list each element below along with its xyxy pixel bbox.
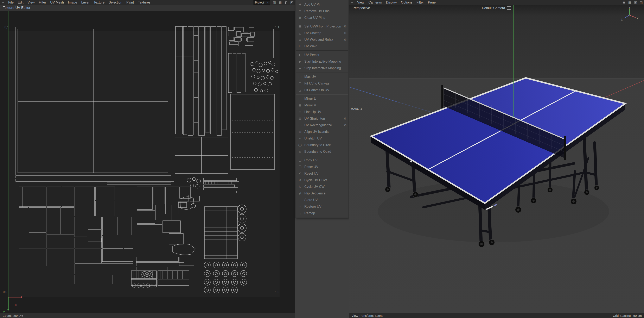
menu-panel[interactable]: Panel (426, 1, 438, 4)
remap-icon: → (298, 212, 302, 215)
menu-item-max-uv[interactable]: ▢Max UV (296, 74, 348, 80)
menu-item-uv-rectangularize[interactable]: ▭UV Rectangularize⚙ (296, 122, 348, 129)
menu-item-unstitch-uv[interactable]: ✄Unstitch UV (296, 135, 348, 142)
menu-item-label: UV Unwrap (304, 31, 344, 35)
menu-item-fit-canvas-to-uv[interactable]: ◳Fit Canvas to UV (296, 87, 348, 93)
menu-item-line-up-uv[interactable]: ≡Line Up UV (296, 109, 348, 115)
menu-item-remap[interactable]: →Remap... (296, 210, 348, 217)
shading-sphere-icon[interactable]: ◉ (621, 1, 627, 4)
menu-item-label: Boundary to Quad (304, 150, 347, 154)
rotate-cw-icon: ↻ (298, 185, 302, 189)
viewport-menubar: ≡ View Cameras Display Options Filter Pa… (349, 0, 644, 5)
settings-icon[interactable]: ⚙ (344, 25, 347, 28)
menu-item-reset-uv[interactable]: ↶Reset UV (296, 170, 348, 177)
zoom-level: Zoom: 259.0% (3, 314, 23, 317)
grid-icon[interactable]: ▦ (627, 1, 633, 4)
project-selector[interactable]: Project ▾ (253, 1, 270, 5)
camera-switch-icon[interactable] (507, 7, 511, 10)
menu-display[interactable]: Display (384, 1, 399, 4)
menu-item-label: Paste UV (304, 165, 347, 169)
menu-item-boundary-to-quad[interactable]: ▱Boundary to Quad (296, 148, 348, 155)
menu-item-uv-unwrap[interactable]: ◰UV Unwrap⚙ (296, 30, 348, 36)
viewport-3d[interactable]: Perspective Default Camera Y X Z Move + (349, 5, 644, 313)
split-view-icon[interactable]: ◫ (638, 1, 644, 4)
align-islands-icon: ▦ (298, 130, 302, 134)
menu-item-stop-interactive-mapping[interactable]: ■Stop Interactive Mapping (296, 65, 348, 72)
viewport-menu-icon[interactable]: ≡ (349, 1, 355, 4)
menu-item-flip-sequence[interactable]: ⇄Flip Sequence (296, 190, 348, 197)
viewport-panel: ≡ View Cameras Display Options Filter Pa… (349, 0, 644, 318)
quad-icon: ▱ (298, 150, 302, 154)
circle-icon: ◯ (298, 143, 302, 147)
menu-item-remove-uv-pins[interactable]: ⊖Remove UV Pins (296, 8, 348, 15)
menu-item-mirror-u[interactable]: ◫Mirror U (296, 96, 348, 102)
menu-item-start-interactive-mapping[interactable]: ▶Start Interactive Mapping (296, 58, 348, 65)
tool-hint-label: Move (350, 107, 359, 111)
menu-edit[interactable]: Edit (16, 1, 26, 4)
menu-texture[interactable]: Texture (92, 1, 106, 4)
uv-editor-statusbar: Zoom: 259.0% (0, 313, 295, 318)
menu-uv-mesh[interactable]: UV Mesh (48, 1, 66, 4)
menu-item-uv-straighten[interactable]: ▤UV Straighten⚙ (296, 115, 348, 122)
menu-item-label: UV Weld (304, 45, 347, 48)
menu-item-cycle-uv-ccw[interactable]: ↺Cycle UV CCW (296, 177, 348, 183)
peeler-icon: ◧ (298, 53, 302, 57)
menu-view[interactable]: View (355, 1, 366, 4)
menu-layer[interactable]: Layer (79, 1, 92, 4)
menu-view[interactable]: View (26, 1, 36, 4)
viewport-statusbar: View Transform: Scene Grid Spacing : 50 … (349, 313, 644, 318)
pin-remove-icon: ⊖ (298, 9, 302, 13)
menu-image[interactable]: Image (66, 1, 79, 4)
menu-item-paste-uv[interactable]: ❐Paste UV (296, 164, 348, 170)
menu-item-label: Start Interactive Mapping (304, 60, 347, 64)
view-mode-label[interactable]: Perspective (353, 6, 370, 10)
store-icon: ↓ (298, 198, 302, 202)
menu-item-align-uv-islands[interactable]: ▦Align UV Islands (296, 129, 348, 135)
camera-label[interactable]: Default Camera (482, 6, 511, 10)
menu-filter[interactable]: Filter (37, 1, 48, 4)
settings-icon[interactable]: ⚙ (344, 38, 347, 42)
menu-item-label: UV Weld and Relax (304, 38, 344, 42)
menu-item-cycle-uv-cw[interactable]: ↻Cycle UV CW (296, 183, 348, 190)
move-tool-icon: + (360, 107, 362, 111)
menu-item-uv-weld[interactable]: ⊔UV Weld (296, 43, 348, 50)
chart-icon[interactable]: ▥ (272, 1, 277, 4)
menu-item-uv-weld-and-relax[interactable]: ⊕UV Weld and Relax⚙ (296, 36, 348, 43)
menu-item-uv-peeler[interactable]: ◧UV Peeler (296, 52, 348, 58)
menu-filter[interactable]: Filter (414, 1, 426, 4)
panels-icon[interactable]: ▣ (633, 1, 638, 4)
mirror-u-icon: ◫ (298, 97, 302, 101)
menu-selection[interactable]: Selection (106, 1, 124, 4)
menu-item-fit-uv-to-canvas[interactable]: ◱Fit UV to Canvas (296, 80, 348, 87)
menu-file[interactable]: File (6, 1, 16, 4)
rotate-ccw-icon: ↺ (298, 178, 302, 182)
uv-editor-title: Texture UV Editor (0, 5, 295, 11)
menu-item-boundary-to-circle[interactable]: ◯Boundary to Circle (296, 142, 348, 148)
menu-item-clear-uv-pins[interactable]: ✖Clear UV Pins (296, 15, 348, 21)
menu-textures[interactable]: Textures (136, 1, 152, 4)
settings-icon[interactable]: ⚙ (344, 117, 347, 120)
menu-item-restore-uv[interactable]: ↑Restore UV (296, 203, 348, 210)
axis-y-label: Y (628, 7, 630, 9)
settings-icon[interactable]: ⚙ (344, 31, 347, 35)
uv-canvas[interactable]: U V (0, 11, 295, 313)
menu-item-store-uv[interactable]: ↓Store UV (296, 197, 348, 203)
settings-icon[interactable]: ⚙ (344, 123, 347, 127)
straighten-icon: ▤ (298, 117, 302, 120)
panel-menu-icon[interactable]: ≡ (0, 1, 6, 4)
menu-options[interactable]: Options (399, 1, 414, 4)
axis-z-label: Z (621, 18, 622, 21)
menu-item-add-uv-pin[interactable]: ✚Add UV Pin (296, 1, 348, 8)
menu-item-mirror-v[interactable]: ⊟Mirror V (296, 102, 348, 109)
menu-item-label: Cycle UV CCW (304, 178, 347, 182)
menu-item-copy-uv[interactable]: ❏Copy UV (296, 157, 348, 164)
axis-gizmo[interactable]: Y X Z (620, 7, 640, 24)
uv-corner-label-bottom-left: 0,0 (3, 290, 7, 294)
lock-icon[interactable]: ◩ (289, 1, 295, 4)
menu-item-set-uvw-from-projection[interactable]: ▣Set UVW from Projection⚙ (296, 23, 348, 30)
menu-cameras[interactable]: Cameras (366, 1, 384, 4)
texture-grid-icon[interactable]: ▦ (277, 1, 283, 4)
menu-paint[interactable]: Paint (124, 1, 136, 4)
split-view-icon[interactable]: ◧ (283, 1, 289, 4)
uv-editor-menubar: ≡ File Edit View Filter UV Mesh Image La… (0, 0, 295, 5)
